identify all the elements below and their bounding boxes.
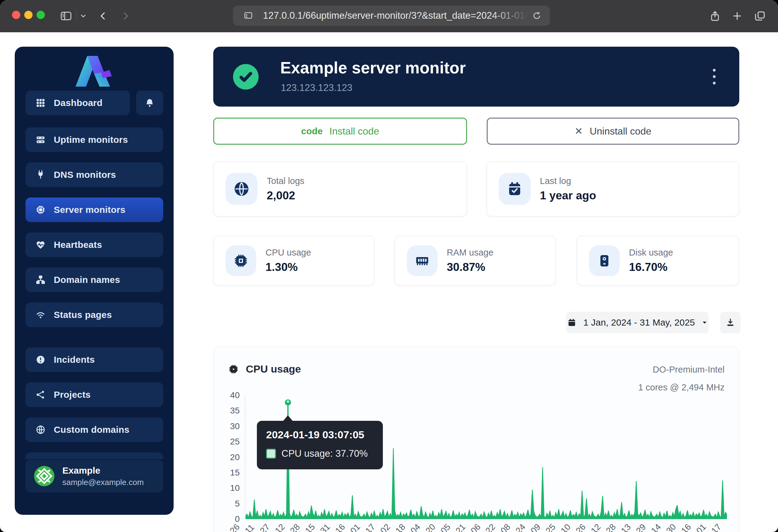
y-axis: 4035302520151050 <box>214 395 242 519</box>
share-nodes-icon <box>35 389 46 400</box>
grid-icon <box>35 98 46 108</box>
x-tick-label: 08 <box>499 522 513 532</box>
site-settings-icon[interactable] <box>240 6 256 26</box>
stat-value: 1 year ago <box>540 189 596 202</box>
profile-email: sample@example.com <box>62 478 144 487</box>
bell-icon <box>144 98 155 108</box>
new-tab-icon[interactable] <box>729 0 746 32</box>
sidebar-item-projects[interactable]: Projects <box>25 382 163 407</box>
chart-meta: DO-Premium-Intel 1 cores @ 2,494 MHz <box>638 361 724 396</box>
profile-card[interactable]: Example sample@example.com <box>25 460 163 493</box>
heart-pulse-icon <box>35 240 46 250</box>
sidebar-item-custom-domains[interactable]: Custom domains <box>25 418 163 442</box>
download-icon <box>725 318 735 328</box>
tabs-overview-icon[interactable] <box>751 0 769 32</box>
caret-down-icon <box>702 320 707 325</box>
chart-title: CPU usage <box>246 363 301 375</box>
install-code-button[interactable]: code Install code <box>213 118 467 145</box>
sidebar-item-uptime-monitors[interactable]: Uptime monitors <box>25 127 163 152</box>
cpu-chip-icon <box>35 204 46 215</box>
back-button-icon[interactable] <box>96 0 110 32</box>
monitor-header-card: Example server monitor 123.123.123.123 <box>213 47 739 107</box>
x-tick-label: 30 <box>664 522 678 532</box>
x-tick-label: 01 <box>348 522 362 532</box>
cpu-chart-card: CPU usage DO-Premium-Intel 1 cores @ 2,4… <box>213 347 739 532</box>
x-tick-label: 10 <box>559 522 573 532</box>
x-tick-label: 31 <box>318 522 332 532</box>
sidebar: Dashboard Uptime monitors DNS monitors S… <box>15 47 174 515</box>
sidebar-item-label: Heartbeats <box>54 240 102 250</box>
y-tick-label: 10 <box>215 483 240 493</box>
y-tick-label: 35 <box>215 406 240 416</box>
sidebar-item-partial <box>25 452 163 459</box>
sidebar-item-incidents[interactable]: Incidents <box>25 347 163 372</box>
y-tick-label: 15 <box>215 468 240 478</box>
total-logs-card: Total logs 2,002 <box>213 161 467 216</box>
notifications-button[interactable] <box>136 91 163 115</box>
x-tick-label: 17 <box>364 522 377 532</box>
maximize-window-button[interactable] <box>36 11 45 19</box>
server-plan: DO-Premium-Intel <box>638 361 724 378</box>
server-stack-icon <box>35 135 46 145</box>
close-window-button[interactable] <box>12 11 20 19</box>
kebab-menu-icon[interactable] <box>705 63 723 90</box>
x-tick-label: 27 <box>258 522 272 532</box>
x-tick-label: 15 <box>303 522 317 532</box>
minimize-window-button[interactable] <box>24 11 32 19</box>
chart-tooltip: 2024-01-19 03:07:05 CPU usage: 37.70% <box>257 421 383 469</box>
sidebar-item-heartbeats[interactable]: Heartbeats <box>25 233 163 257</box>
stat-label: Last log <box>540 176 596 186</box>
server-cores: 1 cores @ 2,494 MHz <box>638 378 724 396</box>
sidebar-item-domain-names[interactable]: Domain names <box>25 268 163 292</box>
forward-button-icon[interactable] <box>119 0 133 32</box>
sidebar-item-dns-monitors[interactable]: DNS monitors <box>25 163 163 187</box>
y-tick-label: 40 <box>215 390 240 400</box>
tooltip-value: CPU usage: 37.70% <box>282 448 368 459</box>
x-tick-label: 14 <box>649 522 663 532</box>
x-tick-label: 22 <box>484 522 497 532</box>
date-range-button[interactable]: 1 Jan, 2024 - 31 May, 2025 <box>566 312 709 333</box>
uninstall-code-label: Uninstall code <box>590 125 651 137</box>
x-tick-label: 25 <box>544 522 558 532</box>
date-range-label: 1 Jan, 2024 - 31 May, 2025 <box>583 317 695 328</box>
disk-usage-card: Disk usage 16.70% <box>577 236 739 286</box>
toolbar-divider <box>76 10 77 22</box>
x-tick-label: 28 <box>288 522 302 532</box>
signal-icon <box>35 309 46 320</box>
sidebar-toggle-icon[interactable] <box>59 0 73 32</box>
globe-icon <box>35 425 46 435</box>
sidebar-item-label: Status pages <box>54 309 112 320</box>
x-tick-label: 16 <box>333 522 347 532</box>
series-swatch <box>266 449 276 459</box>
sitemap-icon <box>35 275 46 285</box>
x-tick-label: 29 <box>634 522 648 532</box>
tooltip-caret <box>283 415 293 421</box>
sidebar-item-status-pages[interactable]: Status pages <box>25 302 163 327</box>
stat-label: CPU usage <box>265 248 311 258</box>
x-tick-label: 12 <box>273 522 287 532</box>
x-tick-label: 28 <box>604 522 618 532</box>
url-text: 127.0.0.1/66uptime/server-monitor/3?&sta… <box>263 6 527 26</box>
sidebar-item-server-monitors[interactable]: Server monitors <box>25 197 163 222</box>
x-tick-label: 24 <box>514 522 528 532</box>
x-tick-label: 16 <box>679 522 693 532</box>
reload-icon[interactable] <box>529 6 545 26</box>
sidebar-item-dashboard[interactable]: Dashboard <box>25 91 130 115</box>
chevron-down-icon[interactable] <box>78 0 88 32</box>
monitor-ip: 123.123.123.123 <box>281 82 353 93</box>
hard-drive-icon <box>589 245 620 276</box>
x-tick-label: 05 <box>439 522 453 532</box>
stat-label: Total logs <box>267 176 305 186</box>
sidebar-item-label: DNS monitors <box>54 170 116 180</box>
stat-value: 2,002 <box>267 189 305 202</box>
y-tick-label: 20 <box>215 452 240 462</box>
share-icon[interactable] <box>707 0 723 32</box>
cpu-usage-plot[interactable]: 2024-01-19 03:07:05 CPU usage: 37.70% <box>245 395 727 519</box>
monitor-title: Example server monitor <box>280 58 466 77</box>
stat-value: 16.70% <box>629 261 673 274</box>
stat-label: Disk usage <box>629 248 673 258</box>
download-button[interactable] <box>720 312 741 333</box>
uninstall-code-button[interactable]: ✕ Uninstall code <box>487 118 739 145</box>
tooltip-datetime: 2024-01-19 03:07:05 <box>266 429 374 441</box>
address-bar[interactable]: 127.0.0.1/66uptime/server-monitor/3?&sta… <box>233 6 550 26</box>
